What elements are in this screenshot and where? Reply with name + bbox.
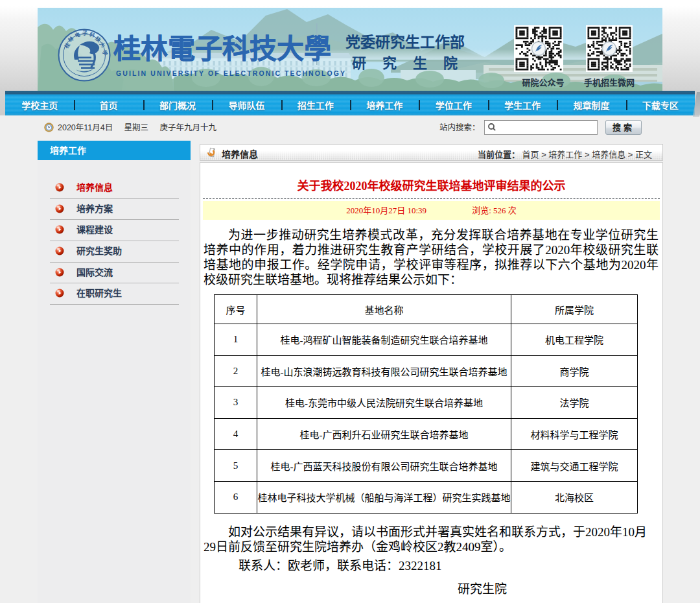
svg-text:子: 子 <box>82 30 88 36</box>
